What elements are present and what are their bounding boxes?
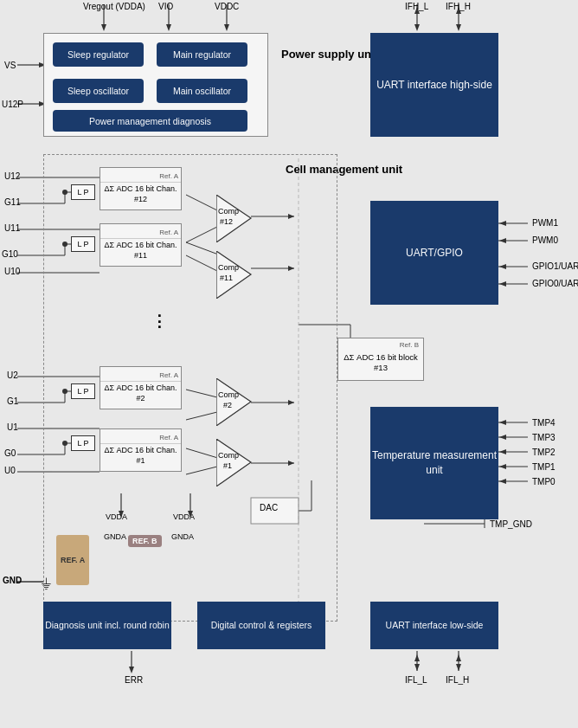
psu-box: Sleep regulator Main regulator Sleep osc… — [43, 33, 268, 137]
gnda2-label: GNDA — [171, 532, 194, 541]
svg-marker-87 — [499, 449, 506, 454]
svg-text:#12: #12 — [220, 217, 233, 226]
lp1-box: L P — [71, 184, 95, 200]
g1-label: G1 — [7, 396, 18, 406]
svg-marker-74 — [499, 238, 506, 243]
uart-hs-block: UART interface high-side — [370, 33, 498, 137]
adc12-ref: Ref. A — [100, 171, 181, 183]
adc2-label: ΔΣ ADC 16 bit Chan. #2 — [100, 382, 181, 405]
svg-text:#11: #11 — [220, 274, 233, 282]
svg-marker-96 — [129, 667, 134, 673]
comp12-svg: Comp #12 — [216, 195, 255, 242]
pmd-block: Power management diagnosis — [53, 110, 247, 132]
digital-block: Digital control & registers — [197, 602, 325, 649]
u0-label: U0 — [4, 466, 16, 475]
svg-text:Comp: Comp — [218, 390, 239, 399]
psu-title: Power supply unit — [281, 48, 378, 62]
svg-text:Comp: Comp — [218, 451, 239, 460]
svg-text:Comp: Comp — [218, 207, 239, 216]
uart-ls-block: UART interface low-side — [370, 602, 498, 649]
u1-label: U1 — [7, 422, 18, 432]
tmp2-label: TMP2 — [532, 448, 556, 457]
uart-gpio-block: UART/GPIO — [370, 201, 498, 305]
vio-label: VIO — [158, 2, 173, 11]
sleep-osc-block: Sleep oscillator — [53, 79, 144, 103]
dac-label: DAC — [260, 503, 278, 512]
svg-marker-101 — [456, 654, 461, 661]
adc12-label: ΔΣ ADC 16 bit Chan. #12 — [100, 183, 181, 206]
comp11-svg: Comp #11 — [216, 251, 255, 299]
main-osc-block: Main oscillator — [157, 79, 247, 103]
pwm1-label: PWM1 — [532, 218, 558, 228]
svg-marker-11 — [456, 24, 461, 31]
u2-label: U2 — [7, 370, 18, 380]
u11-label: U11 — [4, 223, 20, 233]
ref-a-box: REF. A — [56, 535, 89, 585]
tmp1-label: TMP1 — [532, 462, 556, 472]
ref-b-box: REF. B — [128, 535, 162, 547]
svg-marker-98 — [414, 654, 420, 661]
gpio0-label: GPIO0/UART_LS — [532, 279, 578, 288]
svg-marker-120 — [216, 439, 251, 486]
svg-text:#2: #2 — [223, 401, 232, 409]
adc2-ref: Ref. A — [100, 370, 181, 382]
adc-ch12-box: Ref. A ΔΣ ADC 16 bit Chan. #12 — [100, 167, 182, 210]
ifh-l-label: IFH_L — [405, 2, 428, 11]
svg-marker-5 — [224, 24, 229, 31]
tmp4-label: TMP4 — [532, 418, 556, 428]
g11-label: G11 — [4, 197, 21, 207]
svg-marker-83 — [499, 420, 506, 425]
g10-label: G10 — [2, 249, 18, 259]
svg-marker-72 — [499, 221, 506, 226]
vregout-label: Vregout (VDDA) — [83, 2, 145, 11]
adc1-ref: Ref. A — [100, 433, 181, 444]
adc11-label: ΔΣ ADC 16 bit Chan. #11 — [100, 239, 181, 262]
lp4-box: L P — [71, 435, 95, 451]
adc13-ref: Ref. B — [400, 341, 419, 350]
svg-marker-1 — [101, 24, 106, 31]
g0-label: G0 — [4, 448, 16, 458]
adc13-label: ΔΣ ADC 16 bit block #13 — [338, 352, 423, 374]
svg-marker-3 — [166, 24, 171, 31]
vs-label: VS — [4, 61, 16, 70]
u12-label: U12 — [4, 171, 20, 181]
adc11-ref: Ref. A — [100, 228, 181, 239]
svg-text:Comp: Comp — [218, 263, 239, 272]
svg-marker-76 — [499, 264, 506, 269]
sleep-reg-block: Sleep regulator — [53, 42, 144, 67]
svg-marker-89 — [499, 464, 506, 469]
svg-marker-91 — [499, 479, 506, 484]
lp2-box: L P — [71, 236, 95, 252]
u10-label: U10 — [4, 267, 20, 276]
ifl-l-label: IFL_L — [405, 675, 427, 685]
ifh-h-label: IFH_H — [446, 2, 471, 11]
svg-marker-102 — [456, 664, 461, 671]
u12p-label: U12P — [2, 100, 23, 109]
tmp0-label: TMP0 — [532, 477, 556, 486]
gnda1-label: GNDA — [104, 532, 126, 541]
adc-block13: Ref. B ΔΣ ADC 16 bit block #13 — [337, 338, 424, 381]
ifl-h-label: IFL_H — [446, 675, 469, 685]
dots-indicator: ⋮ — [151, 312, 167, 331]
vddc-label: VDDC — [215, 2, 239, 11]
svg-marker-99 — [414, 664, 420, 671]
svg-marker-85 — [499, 435, 506, 440]
adc-ch11-box: Ref. A ΔΣ ADC 16 bit Chan. #11 — [100, 223, 182, 267]
tmp-gnd-label: TMP_GND — [490, 519, 532, 529]
adc-ch2-box: Ref. A ΔΣ ADC 16 bit Chan. #2 — [100, 366, 182, 409]
gnd-label: GND — [3, 576, 22, 585]
svg-text:#1: #1 — [223, 461, 232, 470]
temp-measurement-block: Temperature measurement unit — [370, 407, 498, 519]
comp2-svg: Comp #2 — [216, 378, 255, 426]
svg-marker-8 — [414, 24, 420, 31]
svg-marker-78 — [499, 281, 506, 287]
gpio1-label: GPIO1/UART_HS — [532, 261, 578, 271]
main-reg-block: Main regulator — [157, 42, 247, 67]
pwm0-label: PWM0 — [532, 235, 558, 245]
svg-marker-117 — [216, 378, 251, 426]
comp1-svg: Comp #1 — [216, 439, 255, 486]
diagnosis-block: Diagnosis unit incl. round robin — [43, 602, 171, 649]
tmp3-label: TMP3 — [532, 433, 556, 442]
vdda2-label: VDDA — [173, 512, 195, 521]
err-label: ERR — [125, 675, 143, 685]
